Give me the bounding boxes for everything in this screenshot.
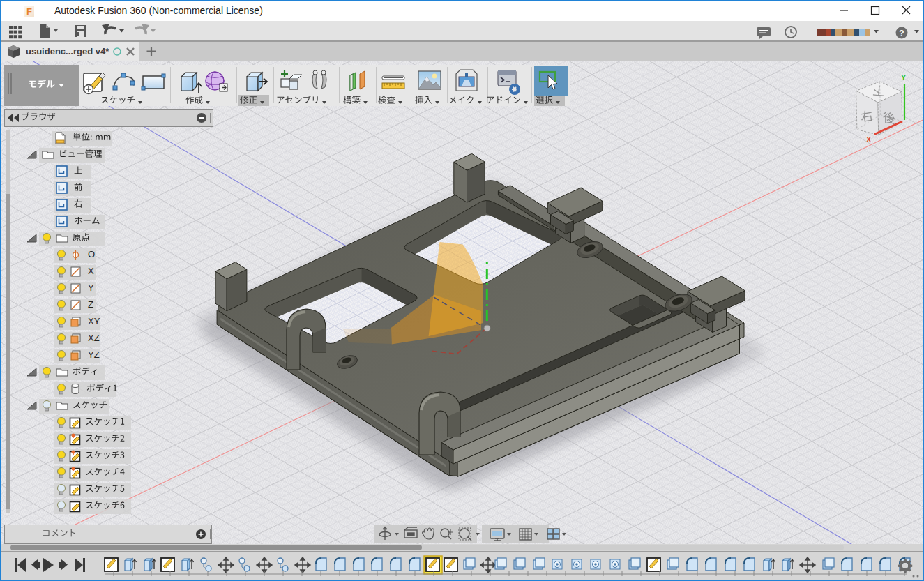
svg-text:?: ? bbox=[899, 29, 904, 38]
svg-text:X: X bbox=[866, 135, 872, 144]
